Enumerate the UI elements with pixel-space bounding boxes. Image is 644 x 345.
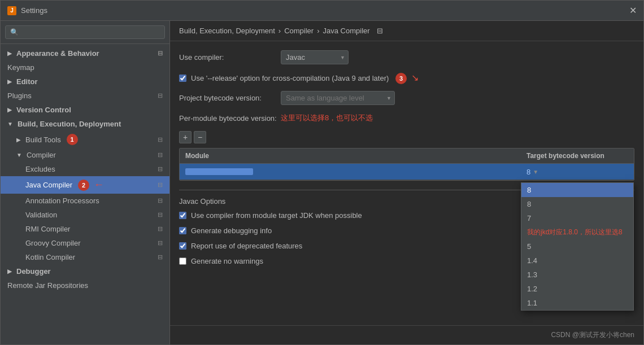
release-option-label: Use '--release' option for cross-compila… [191, 72, 419, 84]
sidebar-item-groovy-compiler[interactable]: Groovy Compiler ⊟ [1, 236, 169, 250]
sidebar-item-version-control[interactable]: ▶ Version Control [1, 103, 169, 117]
javac-option-2-label: Generate debugging info [191, 226, 272, 235]
bytecode-version-label: Project bytecode version: [179, 94, 281, 102]
settings-icon: ⊟ [158, 211, 163, 219]
javac-option-4-label: Generate no warnings [191, 257, 263, 265]
dropdown-item-13[interactable]: 1.3 [521, 268, 633, 282]
sidebar-item-label: Validation [25, 211, 57, 219]
arrow-icon: ▶ [7, 50, 12, 56]
annotation-3: 3 [395, 73, 407, 84]
sidebar-item-compiler[interactable]: ▼ Compiler ⊟ [1, 148, 169, 162]
sidebar-item-build-tools[interactable]: ▶ Build Tools 1 ⊟ [1, 131, 169, 148]
arrow-icon: ▼ [7, 121, 13, 127]
bytecode-version-row: Project bytecode version: [179, 91, 634, 105]
sidebar-item-plugins[interactable]: Plugins ⊟ [1, 89, 169, 103]
remove-button[interactable]: − [194, 131, 206, 143]
annotation-1: 1 [67, 134, 78, 145]
breadcrumb-part-3: Java Compiler [323, 27, 370, 35]
settings-icon: ⊟ [158, 254, 163, 261]
release-option-row: Use '--release' option for cross-compila… [179, 72, 634, 84]
dropdown-item-14[interactable]: 1.4 [521, 254, 633, 268]
dropdown-item-8[interactable]: 8 [521, 197, 633, 211]
dropdown-item-5[interactable]: 5 [521, 239, 633, 254]
settings-icon: ⊟ [158, 151, 163, 159]
add-button[interactable]: + [179, 131, 192, 143]
dropdown-item-8-selected[interactable]: 8 [521, 183, 633, 197]
per-module-hint: 这里可以选择8，也可以不选 [281, 113, 373, 123]
settings-icon: ⊟ [158, 225, 163, 233]
sidebar-item-label: Plugins [7, 91, 32, 100]
dropdown-item-12[interactable]: 1.2 [521, 282, 633, 296]
sidebar-item-label: Annotation Processors [25, 196, 99, 205]
sidebar-item-annotation-processors[interactable]: Annotation Processors ⊟ [1, 194, 169, 208]
javac-option-2-checkbox[interactable] [179, 227, 186, 234]
breadcrumb-sep2: › [317, 27, 319, 35]
javac-option-3-checkbox[interactable] [179, 242, 186, 250]
settings-icon: ⊟ [158, 197, 163, 204]
main-panel: Build, Execution, Deployment › Compiler … [170, 21, 643, 344]
sidebar-item-validation[interactable]: Validation ⊟ [1, 208, 169, 222]
sidebar-item-label: Appearance & Behavior [16, 49, 99, 58]
arrow-indicator: ← [94, 179, 104, 191]
use-compiler-select[interactable]: Javac Eclipse Ajc [281, 50, 349, 64]
sidebar-item-label: Java Compiler [25, 181, 72, 189]
sidebar-item-appearance[interactable]: ▶ Appearance & Behavior ⊟ [1, 46, 169, 60]
title-bar-left: J Settings [7, 6, 47, 15]
sidebar-item-label: Version Control [16, 106, 71, 114]
module-cell [180, 164, 521, 180]
sidebar-item-label: RMI Compiler [25, 225, 70, 233]
sidebar-item-label: Keymap [7, 63, 34, 72]
search-box [1, 21, 169, 44]
search-input[interactable] [5, 25, 165, 39]
chinese-note-2: 我的jkd对应1.8.0，所以这里选8 [521, 225, 633, 239]
sidebar-item-label: Compiler [27, 151, 56, 159]
module-name-bar [185, 168, 253, 175]
sidebar-nav: ▶ Appearance & Behavior ⊟ Keymap ▶ Edito… [1, 44, 169, 344]
sidebar-item-debugger[interactable]: ▶ Debugger [1, 264, 169, 278]
sidebar-item-remote-jar[interactable]: Remote Jar Repositories [1, 278, 169, 292]
sidebar-item-java-compiler[interactable]: Java Compiler 2 ← ⊟ [1, 176, 169, 194]
sidebar-item-keymap[interactable]: Keymap [1, 60, 169, 75]
settings-window: J Settings ✕ ▶ Appearance & Behavior ⊟ [0, 0, 644, 345]
main-layout: ▶ Appearance & Behavior ⊟ Keymap ▶ Edito… [1, 21, 643, 344]
target-dropdown: 8 8 7 我的jkd对应1.8.0，所以这里选8 5 1.4 1.3 1.2 … [521, 182, 634, 311]
sidebar-item-excludes[interactable]: Excludes ⊟ [1, 162, 169, 176]
javac-option-4-checkbox[interactable] [179, 257, 186, 265]
arrow-icon: ▶ [16, 137, 21, 143]
sidebar: ▶ Appearance & Behavior ⊟ Keymap ▶ Edito… [1, 21, 170, 344]
window-title: Settings [21, 6, 47, 15]
sidebar-item-build-execution[interactable]: ▼ Build, Execution, Deployment [1, 117, 169, 131]
annotation-2: 2 [78, 180, 89, 191]
javac-option-1-checkbox[interactable] [179, 212, 186, 219]
javac-option-1-label: Use compiler from module target JDK when… [191, 211, 362, 220]
target-dropdown-arrow[interactable]: ▼ [533, 169, 538, 175]
toolbar-row: + − [179, 131, 634, 143]
sidebar-item-label: Build Tools [25, 136, 61, 144]
dropdown-item-11[interactable]: 1.1 [521, 296, 633, 310]
sidebar-item-label: Debugger [16, 267, 51, 276]
javac-option-3-label: Report use of deprecated features [191, 242, 302, 250]
module-table: Module Target bytecode version 8 ▼ [179, 148, 634, 181]
arrow-icon: ▶ [7, 268, 12, 274]
arrow-icon: ▼ [16, 152, 22, 158]
sidebar-item-label: Kotlin Compiler [25, 253, 75, 261]
sidebar-item-editor[interactable]: ▶ Editor [1, 75, 169, 89]
csdn-footer: CSDN @测试开发小将chen [170, 325, 643, 344]
sidebar-item-label: Editor [16, 77, 38, 86]
sidebar-item-kotlin-compiler[interactable]: Kotlin Compiler ⊟ [1, 250, 169, 264]
bytecode-version-select-wrapper [281, 91, 395, 105]
release-option-checkbox[interactable] [179, 75, 186, 82]
settings-icon: ⊟ [158, 165, 163, 173]
close-button[interactable]: ✕ [629, 5, 637, 16]
bytecode-version-input[interactable] [281, 91, 395, 105]
title-bar: J Settings ✕ [1, 1, 643, 21]
sidebar-item-label: Remote Jar Repositories [7, 281, 88, 290]
use-compiler-select-wrapper: Javac Eclipse Ajc [281, 50, 349, 64]
main-content-area: Use compiler: Javac Eclipse Ajc Use '--r… [170, 41, 643, 325]
arrow-3: ↘ [411, 73, 419, 82]
per-module-label: Per-module bytecode version: [179, 114, 281, 123]
dropdown-item-7[interactable]: 7 [521, 211, 633, 225]
settings-icon: ⊟ [158, 239, 163, 247]
breadcrumb: Build, Execution, Deployment › Compiler … [170, 21, 643, 41]
sidebar-item-rmi-compiler[interactable]: RMI Compiler ⊟ [1, 222, 169, 236]
